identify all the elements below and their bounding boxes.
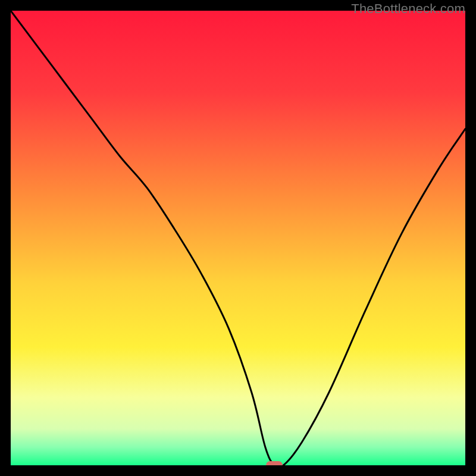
optimal-point-marker — [266, 461, 283, 465]
plot-area — [11, 11, 465, 465]
chart-frame: TheBottleneck.com — [0, 0, 476, 476]
watermark-text: TheBottleneck.com — [351, 1, 465, 17]
curve-layer — [11, 11, 465, 465]
bottleneck-curve — [11, 11, 465, 465]
